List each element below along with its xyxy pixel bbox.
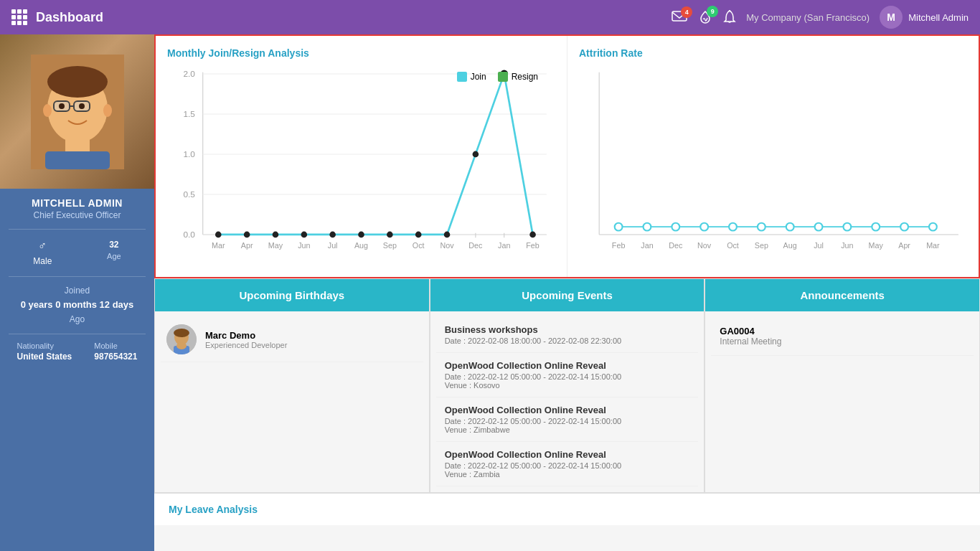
birthdays-panel: Upcoming Birthdays (154, 278, 430, 493)
messages-badge: 4 (681, 6, 692, 18)
svg-point-56 (387, 232, 393, 238)
joined-info: Joined 0 years 0 months 12 days Ago (0, 277, 154, 334)
event-item-0: Business workshops Date : 2022-02-08 18:… (436, 317, 699, 353)
announcements-header: Announcements (705, 279, 979, 311)
birthday-avatar-svg (166, 324, 197, 354)
legend-join-label: Join (471, 72, 486, 82)
company-name: My Company (San Francisco) (746, 12, 870, 23)
svg-text:Jun: Jun (298, 241, 310, 250)
svg-text:Sep: Sep (755, 241, 768, 250)
announcement-id-0: GA0004 (720, 326, 965, 336)
mobile-info: Mobile 987654321 (94, 342, 137, 362)
event-item-1: OpenWood Collection Online Reveal Date :… (436, 353, 699, 397)
attrition-title: Attrition Rate (579, 47, 967, 59)
birthday-name-0: Marc Demo (205, 330, 287, 341)
notifications-button[interactable] (723, 10, 736, 24)
announcements-body: GA0004 Internal Meeting (705, 311, 979, 362)
svg-text:Feb: Feb (526, 241, 540, 250)
mobile-value: 987654321 (94, 352, 137, 362)
birthday-item-0: Marc Demo Experienced Developer (161, 317, 423, 362)
event-item-2: OpenWood Collection Online Reveal Date :… (436, 397, 699, 442)
svg-point-51 (244, 232, 250, 238)
svg-text:1.0: 1.0 (184, 149, 196, 159)
chart-legend: Join Resign (457, 72, 538, 82)
svg-point-67 (700, 223, 708, 231)
attrition-panel: Attrition Rate (567, 36, 979, 277)
svg-point-8 (59, 103, 65, 109)
svg-point-68 (729, 223, 737, 231)
event-venue-2: Venue : Zimbabwe (445, 425, 690, 434)
event-date-1: Date : 2022-02-12 05:00:00 - 2022-02-14 … (445, 372, 690, 381)
event-venue-1: Venue : Kosovo (445, 381, 690, 390)
announcement-type-0: Internal Meeting (720, 336, 965, 347)
svg-text:Jun: Jun (841, 241, 853, 250)
svg-text:Mar: Mar (212, 241, 225, 250)
profile-image (0, 34, 154, 189)
svg-text:Dec: Dec (669, 241, 683, 250)
legend-join: Join (457, 72, 486, 82)
activity-button[interactable]: 9 (697, 10, 713, 24)
user-full-name: MITCHELL ADMIN (0, 189, 154, 210)
birthdays-body: Marc Demo Experienced Developer (155, 311, 429, 368)
svg-text:Apr: Apr (898, 241, 910, 250)
birthday-avatar-0 (166, 324, 197, 354)
svg-point-65 (644, 223, 651, 231)
main-layout: MITCHELL ADMIN Chief Executive Officer ♂… (0, 34, 980, 551)
events-panel: Upcoming Events Business workshops Date … (430, 278, 705, 493)
svg-point-54 (329, 232, 336, 238)
svg-point-90 (174, 329, 189, 337)
svg-point-57 (415, 232, 422, 238)
svg-text:Nov: Nov (697, 241, 712, 250)
user-menu[interactable]: M Mitchell Admin (880, 6, 969, 29)
messages-button[interactable]: 4 (672, 11, 687, 24)
announcements-panel: Announcements GA0004 Internal Meeting (705, 278, 980, 493)
svg-text:0.5: 0.5 (184, 189, 196, 199)
svg-point-72 (844, 223, 852, 231)
svg-point-58 (444, 232, 451, 238)
svg-text:Oct: Oct (413, 241, 425, 250)
svg-point-11 (103, 104, 112, 117)
svg-text:Dec: Dec (468, 241, 483, 250)
svg-text:Feb: Feb (612, 241, 626, 250)
event-title-3: OpenWood Collection Online Reveal (445, 449, 690, 460)
svg-text:Jul: Jul (328, 241, 338, 250)
svg-text:Jan: Jan (641, 241, 653, 250)
svg-text:Aug: Aug (783, 241, 797, 250)
event-date-2: Date : 2022-02-12 05:00:00 - 2022-02-14 … (445, 417, 690, 425)
main-content: Monthly Join/Resign Analysis Join Resign (154, 34, 980, 551)
event-date-3: Date : 2022-02-12 05:00:00 - 2022-02-14 … (445, 461, 690, 470)
svg-text:2.0: 2.0 (184, 69, 196, 79)
join-resign-title: Monthly Join/Resign Analysis (167, 47, 555, 59)
gender-info: ♂ Male (33, 240, 52, 266)
svg-point-59 (473, 151, 479, 158)
svg-text:Sep: Sep (383, 241, 397, 250)
grid-menu-icon[interactable] (11, 9, 27, 25)
bottom-panels: Upcoming Birthdays (154, 278, 980, 493)
svg-text:1.5: 1.5 (184, 109, 196, 119)
user-avatar: M (880, 6, 903, 29)
charts-section: Monthly Join/Resign Analysis Join Resign (154, 34, 980, 278)
svg-text:May: May (268, 241, 283, 250)
gender-age-row: ♂ Male 32 Age (0, 230, 154, 276)
svg-text:Jul: Jul (814, 241, 824, 250)
svg-point-52 (273, 232, 279, 238)
events-header: Upcoming Events (430, 279, 705, 311)
top-navigation: Dashboard 4 9 My Company (San Francisco) (0, 0, 980, 34)
birthdays-header: Upcoming Birthdays (155, 279, 429, 311)
svg-point-73 (872, 223, 880, 231)
attrition-chart-svg: Feb Jan Dec Nov Oct Sep Aug Jul Jun May … (579, 65, 967, 265)
svg-text:Aug: Aug (354, 241, 368, 250)
svg-point-74 (900, 223, 908, 231)
svg-point-10 (43, 104, 52, 117)
age-label: Age (107, 252, 121, 260)
leave-analysis-title: My Leave Analysis (169, 504, 966, 515)
svg-point-92 (176, 342, 187, 349)
birthday-role-0: Experienced Developer (205, 341, 287, 349)
event-venue-3: Venue : Zambia (445, 470, 690, 479)
svg-rect-13 (45, 151, 110, 169)
joined-suffix: Ago (6, 313, 149, 326)
gender-icon: ♂ (38, 240, 47, 253)
nationality-info: Nationality United States (17, 342, 72, 362)
legend-resign-label: Resign (512, 72, 538, 82)
svg-point-53 (301, 232, 308, 238)
